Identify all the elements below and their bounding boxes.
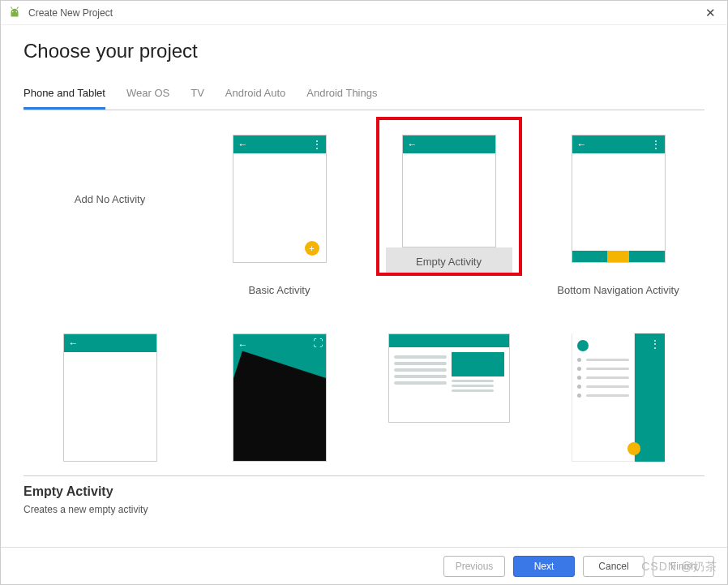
tab-wear-os[interactable]: Wear OS bbox=[126, 82, 169, 110]
back-arrow-icon: ← bbox=[577, 139, 587, 150]
next-button[interactable]: Next bbox=[513, 556, 575, 577]
template-label: Empty Activity bbox=[386, 247, 512, 273]
template-gallery[interactable]: Add No Activity . ←⋮ + Basic Activity ← … bbox=[24, 110, 704, 476]
tab-phone-tablet[interactable]: Phone and Tablet bbox=[24, 82, 105, 110]
template-empty-activity[interactable]: ← Empty Activity bbox=[364, 114, 533, 304]
avatar-icon bbox=[577, 340, 589, 351]
back-arrow-icon: ← bbox=[69, 338, 79, 349]
svg-point-0 bbox=[12, 11, 14, 12]
window-title: Create New Project bbox=[28, 7, 113, 19]
template-label: Bottom Navigation Activity bbox=[537, 276, 700, 301]
back-arrow-icon: ← bbox=[238, 139, 248, 150]
basic-activity-thumbnail: ←⋮ + bbox=[233, 135, 327, 263]
wizard-footer: Previous Next Cancel Finish bbox=[1, 547, 727, 584]
cancel-button[interactable]: Cancel bbox=[583, 556, 644, 577]
template-label: Basic Activity bbox=[198, 276, 361, 301]
back-arrow-icon: ← bbox=[408, 139, 418, 150]
template-no-activity[interactable]: Add No Activity . bbox=[25, 114, 195, 304]
fullscreen-icon: ⛶ bbox=[313, 338, 323, 349]
form-factor-tabs: Phone and Tablet Wear OS TV Android Auto… bbox=[1, 82, 727, 110]
overflow-menu-icon: ⋮ bbox=[651, 139, 660, 150]
tab-android-auto[interactable]: Android Auto bbox=[225, 82, 285, 110]
no-activity-thumbnail: Add No Activity bbox=[63, 135, 157, 263]
template-fragment-viewmodel[interactable]: ← Fragment + ViewModel bbox=[25, 312, 195, 476]
finish-button: Finish bbox=[653, 556, 714, 577]
bottom-nav-thumbnail: ←⋮ bbox=[572, 135, 666, 263]
svg-point-1 bbox=[16, 11, 18, 12]
close-icon[interactable]: ✕ bbox=[700, 6, 721, 20]
android-icon bbox=[7, 6, 22, 20]
master-detail-thumbnail bbox=[388, 333, 510, 423]
previous-button: Previous bbox=[443, 556, 505, 577]
bottom-nav-bar-icon bbox=[572, 251, 665, 262]
template-fullscreen-activity[interactable]: ← ⛶ Fullscreen Activity bbox=[195, 312, 364, 476]
overflow-menu-icon: ⋮ bbox=[312, 139, 321, 150]
template-bottom-navigation[interactable]: ←⋮ Bottom Navigation Activity bbox=[533, 114, 703, 304]
fab-icon bbox=[627, 442, 640, 455]
window-titlebar: Create New Project ✕ bbox=[1, 1, 727, 25]
empty-activity-thumbnail: ← bbox=[402, 135, 496, 247]
fab-icon: + bbox=[305, 241, 319, 256]
overflow-menu-icon: ⋮ bbox=[650, 338, 660, 350]
fullscreen-thumbnail: ← ⛶ bbox=[233, 333, 327, 462]
template-navigation-drawer[interactable]: ⋮ Navigation Drawer Activity bbox=[533, 312, 703, 476]
page-title: Choose your project bbox=[1, 25, 727, 82]
back-arrow-icon: ← bbox=[238, 339, 248, 351]
description-text: Creates a new empty activity bbox=[24, 504, 704, 515]
tab-tv[interactable]: TV bbox=[191, 82, 204, 110]
template-master-detail[interactable]: Master/Detail Flow bbox=[364, 312, 533, 476]
nav-drawer-thumbnail: ⋮ bbox=[572, 333, 666, 462]
description-title: Empty Activity bbox=[24, 484, 704, 499]
template-description: Empty Activity Creates a new empty activ… bbox=[1, 476, 727, 518]
fragment-vm-thumbnail: ← bbox=[63, 333, 157, 462]
tab-android-things[interactable]: Android Things bbox=[306, 82, 377, 110]
template-basic-activity[interactable]: ←⋮ + Basic Activity bbox=[195, 114, 364, 304]
